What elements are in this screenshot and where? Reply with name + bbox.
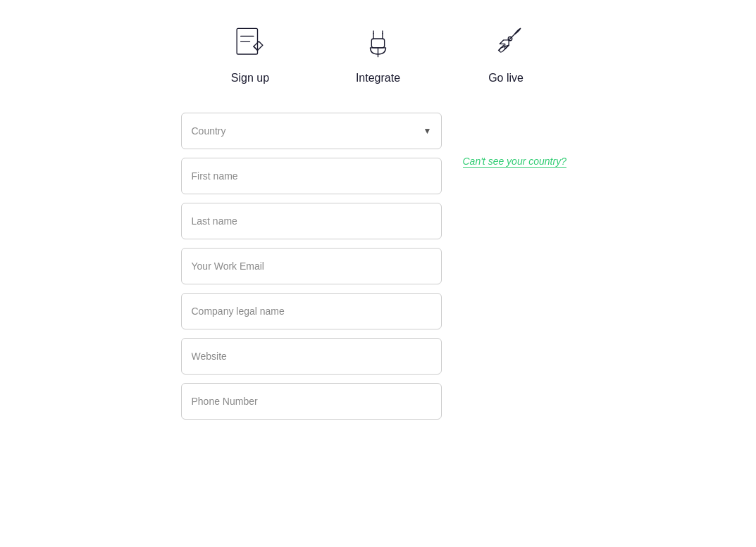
svg-line-3 (254, 46, 258, 51)
company-input[interactable] (181, 293, 442, 329)
golive-icon (485, 21, 527, 63)
email-field[interactable] (181, 248, 442, 284)
step-golive: Go live (485, 21, 527, 84)
country-select-wrapper[interactable]: Country United States United Kingdom Can… (181, 113, 442, 149)
page-container: Sign up Integrate (0, 0, 756, 547)
last-name-input[interactable] (181, 203, 442, 239)
svg-rect-5 (371, 39, 384, 48)
last-name-field[interactable] (181, 203, 442, 239)
website-field[interactable] (181, 338, 442, 375)
step-signup-label: Sign up (231, 72, 269, 84)
first-name-field[interactable] (181, 158, 442, 194)
step-signup: Sign up (229, 21, 271, 84)
signup-icon (229, 21, 271, 63)
cant-see-country-link[interactable]: Can't see your country? (463, 156, 566, 168)
country-select[interactable]: Country United States United Kingdom Can… (181, 113, 442, 149)
steps-header: Sign up Integrate (229, 21, 527, 84)
email-input[interactable] (181, 248, 442, 284)
form-area: Country United States United Kingdom Can… (0, 113, 756, 420)
phone-input[interactable] (181, 383, 442, 420)
integrate-icon (357, 21, 399, 63)
step-integrate-label: Integrate (356, 72, 400, 84)
form-container: Country United States United Kingdom Can… (181, 113, 442, 420)
step-golive-label: Go live (488, 72, 523, 84)
first-name-input[interactable] (181, 158, 442, 194)
side-link-container: Can't see your country? (463, 113, 576, 168)
phone-field[interactable] (181, 383, 442, 420)
website-input[interactable] (181, 338, 442, 375)
step-integrate: Integrate (356, 21, 400, 84)
company-field[interactable] (181, 293, 442, 329)
country-field[interactable]: Country United States United Kingdom Can… (181, 113, 442, 149)
